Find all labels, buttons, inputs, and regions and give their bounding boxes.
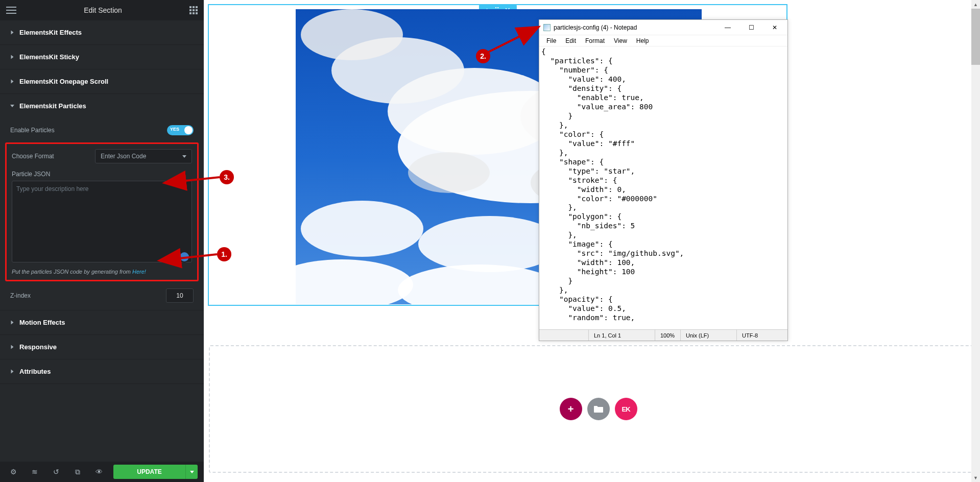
annotation-marker-2: 2. [476, 49, 490, 63]
annotation-marker-3: 3. [220, 170, 234, 184]
annotation-marker-1: 1. [217, 247, 231, 261]
svg-line-15 [161, 254, 217, 260]
annotation-arrows [0, 0, 980, 482]
svg-line-17 [166, 177, 220, 183]
svg-line-16 [488, 28, 537, 52]
